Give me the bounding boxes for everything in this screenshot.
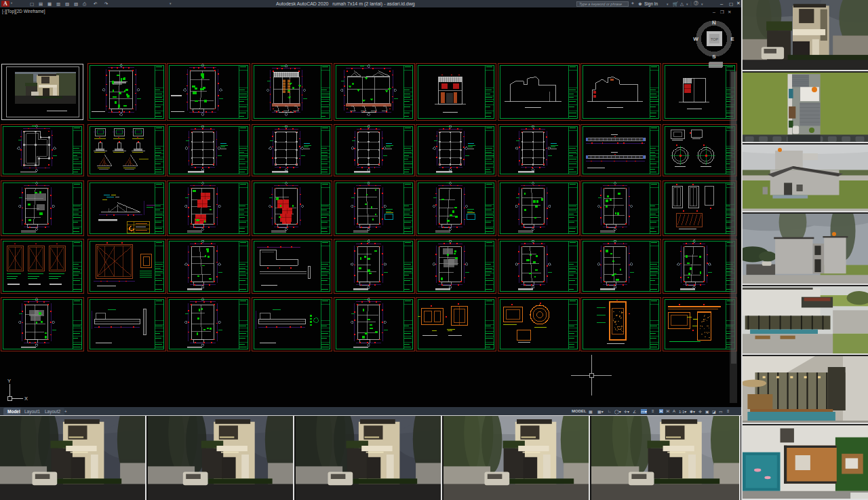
svg-text:N: N <box>712 20 716 26</box>
svg-text:X: X <box>24 396 28 402</box>
svg-text:W: W <box>693 36 698 42</box>
svg-text:S: S <box>712 54 716 60</box>
svg-text:E: E <box>730 36 734 42</box>
svg-text:TOP: TOP <box>711 37 719 41</box>
svg-text:Y: Y <box>7 378 11 384</box>
